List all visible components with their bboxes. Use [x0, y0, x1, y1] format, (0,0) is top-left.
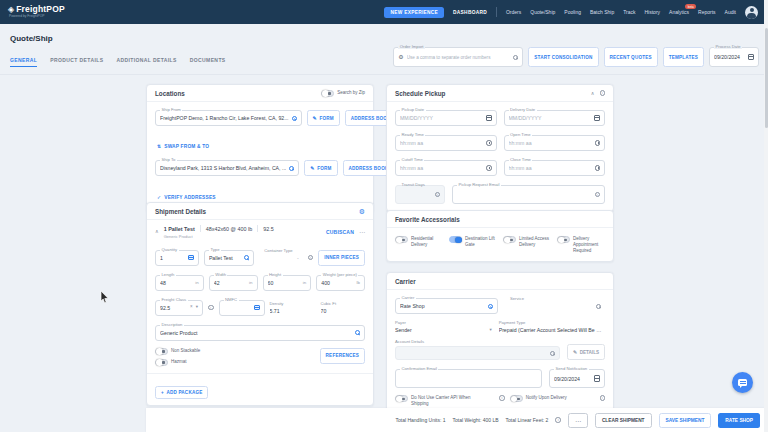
- rate-shop-button[interactable]: RATE SHOP: [718, 413, 760, 428]
- templates-button[interactable]: TEMPLATES: [663, 47, 704, 67]
- type-value[interactable]: Pallet Test: [209, 255, 241, 261]
- nav-item-analytics[interactable]: Analyticsbeta: [669, 9, 689, 15]
- clock-icon[interactable]: [486, 140, 492, 146]
- nav-item-pooling[interactable]: Pooling: [564, 9, 581, 15]
- save-shipment-button[interactable]: SAVE SHIPMENT: [659, 413, 712, 428]
- nav-item-history[interactable]: History: [645, 9, 661, 15]
- info-icon[interactable]: i: [600, 90, 606, 96]
- quantity-value[interactable]: 1: [160, 255, 185, 261]
- weight-field[interactable]: Weight (per piece) 400 lb: [316, 275, 365, 291]
- carrier-field[interactable]: Carrier Rate Shop: [395, 298, 498, 314]
- details-button[interactable]: ✎DETAILS: [567, 344, 605, 360]
- description-field[interactable]: Description Generic Product: [155, 325, 365, 341]
- info-icon[interactable]: i: [435, 192, 441, 198]
- search-icon[interactable]: [244, 255, 249, 260]
- chat-fab-button[interactable]: [732, 372, 753, 393]
- destination-lift-gate-toggle[interactable]: [449, 236, 462, 243]
- ship-from-value[interactable]: FreightPOP Demo, 1 Rancho Cir, Lake Fore…: [160, 115, 289, 121]
- nav-item-orders[interactable]: Orders: [506, 9, 521, 15]
- info-icon[interactable]: i: [600, 395, 606, 401]
- calendar-icon[interactable]: [594, 115, 600, 122]
- width-field[interactable]: Width 42 in: [209, 275, 258, 291]
- calendar-icon[interactable]: [594, 375, 600, 382]
- scrollbar-thumb[interactable]: [765, 28, 768, 128]
- nav-item-batch-ship[interactable]: Batch Ship: [590, 9, 614, 15]
- recent-quotes-button[interactable]: RECENT QUOTES: [604, 47, 658, 67]
- search-icon[interactable]: [488, 304, 493, 309]
- container-type-field[interactable]: Container Type -: [259, 250, 303, 266]
- tab-general[interactable]: GENERAL: [10, 57, 37, 67]
- info-icon[interactable]: i: [555, 417, 561, 423]
- chevron-up-icon[interactable]: ∧: [591, 91, 595, 96]
- tab-additional-details[interactable]: ADDITIONAL DETAILS: [116, 57, 176, 67]
- new-experience-button[interactable]: NEW EXPERIENCE: [384, 7, 444, 18]
- type-field[interactable]: Type Pallet Test: [204, 250, 254, 266]
- cubiscan-link[interactable]: CUBISCAN: [326, 229, 354, 235]
- gear-icon[interactable]: ⚙: [359, 208, 365, 215]
- service-field[interactable]: Service: [505, 298, 606, 314]
- dropdown-icon[interactable]: ▾: [196, 305, 198, 310]
- info-icon[interactable]: i: [208, 305, 214, 311]
- ship-from-form-button[interactable]: ✎FORM: [307, 110, 340, 126]
- nav-item-track[interactable]: Track: [623, 9, 635, 15]
- grid-icon[interactable]: [188, 255, 194, 261]
- start-consolidation-button[interactable]: START CONSOLIDATION: [528, 47, 598, 67]
- tab-documents[interactable]: DOCUMENTS: [190, 57, 226, 67]
- search-icon[interactable]: [289, 166, 294, 171]
- ship-to-value[interactable]: Disneyland Park, 1313 S Harbor Blvd, Ana…: [160, 165, 286, 171]
- search-icon[interactable]: [292, 116, 297, 121]
- residential-delivery-toggle[interactable]: [395, 236, 408, 243]
- no-carrier-api-toggle[interactable]: [395, 395, 408, 402]
- grid-icon[interactable]: [254, 305, 260, 311]
- clock-icon[interactable]: [595, 165, 601, 171]
- container-type-value[interactable]: -: [263, 255, 299, 261]
- info-icon[interactable]: i: [595, 192, 601, 198]
- nav-item-audit[interactable]: Audit: [725, 9, 736, 15]
- ship-to-form-button[interactable]: ✎FORM: [304, 160, 337, 176]
- close-time-field[interactable]: Close Time hh:mm aa: [504, 160, 606, 176]
- nmfc-field[interactable]: NMFC: [219, 300, 265, 316]
- swap-from-to-link[interactable]: ⇅SWAP FROM & TO: [157, 144, 209, 149]
- nav-item-quote-ship[interactable]: Quote/Ship: [530, 9, 555, 15]
- process-date-field[interactable]: Process Date 09/20/2024: [709, 47, 759, 67]
- payer-select[interactable]: Payer Sender ▾: [395, 320, 492, 333]
- hazmat-toggle[interactable]: [155, 359, 168, 366]
- gear-icon[interactable]: ⚙: [398, 54, 403, 60]
- non-stackable-toggle[interactable]: [155, 348, 168, 355]
- cutoff-time-field[interactable]: Cutoff Time hh:mm aa: [395, 160, 497, 176]
- notify-upon-delivery-toggle[interactable]: [510, 395, 523, 402]
- clear-shipment-button[interactable]: CLEAR SHIPMENT: [595, 413, 652, 428]
- delivery-appointment-required-toggle[interactable]: [557, 236, 570, 243]
- clock-icon[interactable]: [486, 165, 492, 171]
- chevron-up-icon[interactable]: ∧: [155, 229, 159, 234]
- open-time-field[interactable]: Open Time hh:mm aa: [504, 135, 606, 151]
- search-by-zip-toggle[interactable]: [321, 90, 334, 97]
- info-icon[interactable]: i: [499, 395, 505, 401]
- pickup-date-field[interactable]: Pickup Date MM/DD/YYYY: [395, 110, 497, 126]
- search-icon[interactable]: [596, 304, 601, 309]
- add-package-button[interactable]: +ADD PACKAGE: [155, 386, 208, 399]
- quantity-field[interactable]: Quantity 1: [155, 250, 199, 266]
- ready-time-field[interactable]: Ready Time hh:mm aa: [395, 135, 497, 151]
- ship-to-field[interactable]: Ship To Disneyland Park, 1313 S Harbor B…: [155, 160, 299, 176]
- freight-class-field[interactable]: Freight Class 92.5 × ▾: [155, 300, 203, 316]
- info-icon[interactable]: i: [308, 255, 314, 261]
- clear-icon[interactable]: ×: [190, 305, 193, 310]
- nav-item-reports[interactable]: Reports: [698, 9, 716, 15]
- clock-icon[interactable]: [595, 140, 601, 146]
- search-icon[interactable]: [355, 330, 360, 335]
- tab-product-details[interactable]: PRODUCT DETAILS: [50, 57, 103, 67]
- inner-pieces-button[interactable]: INNER PIECES: [318, 250, 365, 266]
- pickup-request-email-field[interactable]: Pickup Request Email i: [452, 185, 605, 204]
- user-avatar[interactable]: [745, 6, 758, 19]
- search-icon[interactable]: [513, 55, 518, 60]
- dropdown-icon[interactable]: ▾: [489, 328, 491, 333]
- more-options-icon[interactable]: ⋯: [359, 229, 365, 235]
- delivery-date-field[interactable]: Delivery Date MM/DD/YYYY: [504, 110, 606, 126]
- calendar-icon[interactable]: [748, 54, 754, 61]
- height-field[interactable]: Height 60 in: [263, 275, 312, 291]
- scrollbar-track[interactable]: [764, 0, 768, 432]
- references-button[interactable]: REFERENCES: [320, 348, 365, 364]
- send-notification-field[interactable]: Send Notification 09/20/2024: [549, 369, 605, 388]
- confirmation-email-field[interactable]: Confirmation Email: [395, 369, 542, 388]
